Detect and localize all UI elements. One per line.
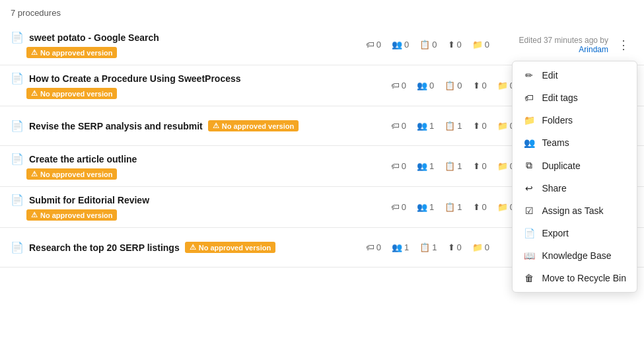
procedure-left: 📄 Revise the SERP analysis and resubmit … xyxy=(11,120,391,132)
doc-icon: 📄 xyxy=(11,194,24,206)
author-link[interactable]: Arindam xyxy=(579,45,608,54)
menu-export-label: Export xyxy=(542,228,568,238)
procedure-stats: 🏷0 👥1 📋1 ⬆0 📁0 xyxy=(391,121,528,131)
tag-stat: 🏷0 xyxy=(391,81,406,90)
doc-stat: 📋1 xyxy=(445,161,462,171)
procedure-stats: 🏷0 👥1 📋1 ⬆0 📁0 xyxy=(366,242,503,252)
export-icon: 📄 xyxy=(523,228,535,238)
copy-icon: 📋 xyxy=(445,81,455,90)
copy-icon: 📋 xyxy=(445,121,455,131)
folder-icon: 📁 xyxy=(497,161,508,171)
copy-icon: 📋 xyxy=(445,161,455,171)
doc-stat: 📋1 xyxy=(445,121,462,131)
team-stat: 👥1 xyxy=(417,202,434,212)
menu-edit-label: Edit xyxy=(542,70,557,81)
up-stat: ⬆0 xyxy=(448,40,462,50)
task-icon: ☑ xyxy=(523,205,535,216)
procedure-title[interactable]: How to Create a Procedure Using SweetPro… xyxy=(29,73,241,84)
doc-stat: 📋1 xyxy=(445,202,462,212)
menu-edit-tags-label: Edit tags xyxy=(542,92,577,103)
no-approved-badge: No approved version xyxy=(26,168,117,180)
procedure-stats: 🏷0 👥1 📋1 ⬆0 📁0 xyxy=(391,161,528,171)
edited-text: Edited 37 minutes ago by xyxy=(519,36,608,45)
menu-recycle-bin[interactable]: 🗑 Move to Recycle Bin xyxy=(513,267,637,289)
team-icon: 👥 xyxy=(417,121,427,131)
title-row: 📄 sweet potato - Google Search xyxy=(11,31,366,44)
recycle-icon: 🗑 xyxy=(523,273,535,283)
menu-share[interactable]: ↩ Share xyxy=(513,177,637,199)
procedure-left: 📄 Create the article outline No approved… xyxy=(11,153,391,180)
kb-icon: 📖 xyxy=(523,250,535,261)
procedure-title[interactable]: Submit for Editorial Review xyxy=(29,195,149,205)
no-approved-badge: No approved version xyxy=(26,209,117,221)
doc-stat: 📋1 xyxy=(419,242,437,252)
menu-kb-label: Knowledge Base xyxy=(542,250,611,261)
up-icon: ⬆ xyxy=(473,161,480,171)
procedures-count: 7 procedures xyxy=(0,8,644,24)
folder-stat: 📁0 xyxy=(472,242,489,252)
procedure-title[interactable]: Revise the SERP analysis and resubmit xyxy=(29,121,203,131)
up-icon: ⬆ xyxy=(473,81,480,90)
tag-stat: 🏷0 xyxy=(391,202,406,212)
no-approved-badge: No approved version xyxy=(26,88,117,99)
procedure-title[interactable]: Research the top 20 SERP listings xyxy=(29,242,180,253)
doc-icon: 📄 xyxy=(11,153,24,165)
doc-icon: 📄 xyxy=(11,120,24,132)
team-icon: 👥 xyxy=(392,40,402,50)
tag-icon: 🏷 xyxy=(366,242,375,252)
team-stat: 👥1 xyxy=(417,161,434,171)
folder-icon: 📁 xyxy=(472,40,483,50)
team-stat: 👥0 xyxy=(417,81,434,90)
procedure-stats: 🏷0 👥1 📋1 ⬆0 📁0 xyxy=(391,202,528,212)
title-row: 📄 How to Create a Procedure Using SweetP… xyxy=(11,72,391,85)
tag-icon: 🏷 xyxy=(391,161,400,171)
edit-icon: ✏ xyxy=(523,70,535,81)
doc-stat: 📋0 xyxy=(419,40,437,50)
team-icon: 👥 xyxy=(417,202,427,212)
folder-icon: 📁 xyxy=(472,242,483,252)
up-stat: ⬆0 xyxy=(473,161,487,171)
folder-icon: 📁 xyxy=(497,121,508,131)
tag-icon: 🏷 xyxy=(391,81,400,90)
title-row: 📄 Revise the SERP analysis and resubmit … xyxy=(11,120,391,132)
title-row: 📄 Research the top 20 SERP listings No a… xyxy=(11,241,366,254)
up-stat: ⬆0 xyxy=(473,202,487,212)
edited-info: Edited 37 minutes ago by Arindam xyxy=(503,36,608,54)
menu-teams[interactable]: 👥 Teams xyxy=(513,131,637,154)
team-stat: 👥1 xyxy=(392,242,409,252)
tag-icon: 🏷 xyxy=(366,40,375,50)
procedure-left: 📄 Research the top 20 SERP listings No a… xyxy=(11,241,366,254)
procedure-left: 📄 Submit for Editorial Review No approve… xyxy=(11,194,391,221)
menu-edit[interactable]: ✏ Edit xyxy=(513,64,637,87)
menu-share-label: Share xyxy=(542,183,566,194)
menu-assign-task[interactable]: ☑ Assign as Task xyxy=(513,199,637,222)
no-approved-badge: No approved version xyxy=(208,120,299,131)
up-icon: ⬆ xyxy=(448,40,455,50)
title-row: 📄 Create the article outline xyxy=(11,153,391,165)
no-approved-badge: No approved version xyxy=(26,47,117,58)
menu-folders-label: Folders xyxy=(542,115,573,125)
team-stat: 👥0 xyxy=(392,40,409,50)
up-stat: ⬆0 xyxy=(473,121,487,131)
team-icon: 👥 xyxy=(392,242,402,252)
more-button[interactable]: ⋮ xyxy=(614,36,633,54)
menu-knowledge-base[interactable]: 📖 Knowledge Base xyxy=(513,244,637,267)
procedure-title[interactable]: sweet potato - Google Search xyxy=(29,32,159,43)
menu-export[interactable]: 📄 Export xyxy=(513,222,637,244)
tag-stat: 🏷0 xyxy=(366,242,381,252)
tag-icon: 🏷 xyxy=(391,121,400,131)
procedure-left: 📄 sweet potato - Google Search No approv… xyxy=(11,31,366,58)
tag-icon: 🏷 xyxy=(391,202,400,212)
menu-edit-tags[interactable]: 🏷 Edit tags xyxy=(513,87,637,109)
duplicate-icon: ⧉ xyxy=(523,160,535,171)
menu-folders[interactable]: 📁 Folders xyxy=(513,109,637,131)
share-icon: ↩ xyxy=(523,183,535,194)
copy-icon: 📋 xyxy=(445,202,455,212)
title-row: 📄 Submit for Editorial Review xyxy=(11,194,391,206)
copy-icon: 📋 xyxy=(419,242,430,252)
menu-duplicate[interactable]: ⧉ Duplicate xyxy=(513,154,637,177)
tag-stat: 🏷0 xyxy=(366,40,381,50)
menu-recycle-label: Move to Recycle Bin xyxy=(542,273,626,283)
doc-icon: 📄 xyxy=(11,31,24,44)
procedure-title[interactable]: Create the article outline xyxy=(29,154,137,164)
